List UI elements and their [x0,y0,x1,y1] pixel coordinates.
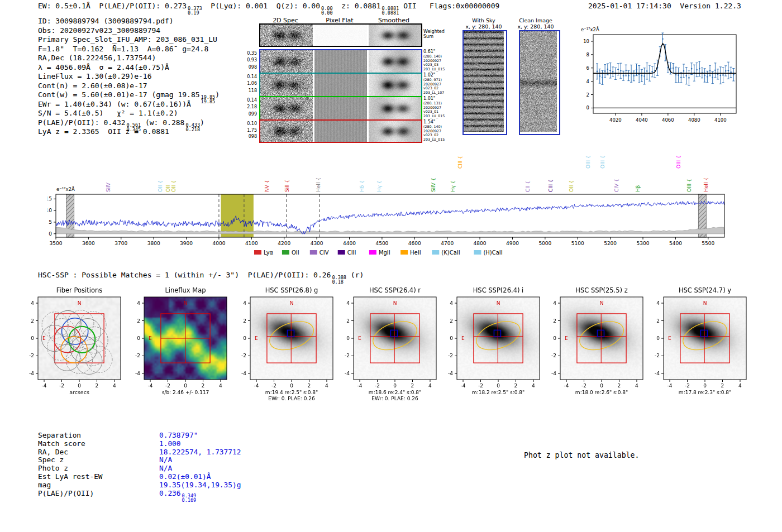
text-segment: P(LAE)/P(OII): 0.432 [38,118,126,127]
emission-line-label: OII { [569,180,574,192]
data-point [707,76,708,78]
panel-x-tick-label: 0 [290,383,293,389]
detection-info-block: ID: 3009889794 (3009889794.pdf)Obs: 2020… [38,17,220,137]
panel-y-tick-label: 2 [31,318,34,324]
data-point [625,70,627,71]
panel-x-tick-label: 2 [202,383,205,389]
panel-x-tick-label: 2 [411,383,414,389]
text-segment: N/A [159,456,172,464]
legend-label: HeII [410,250,421,256]
text-segment: ID: 3009889794 (3009889794.pdf) [38,17,174,25]
data-point [704,75,705,76]
clean-image [520,31,557,132]
match-row-value: 0.2360.3490.169 [159,489,196,497]
panel-y-tick-label: 4 [656,300,660,306]
info-line: LineFlux = 1.30(±0.29)e-16 [38,72,220,82]
panel-x-tick-label: 0 [497,383,500,389]
spec2d-blank-image [314,25,367,46]
fiber-positions-panel: Fiber Positions-4-4-2-2002244NEarcsecs [21,287,140,403]
spec2d-flat-image [314,74,367,96]
legend-swatch [369,250,376,255]
info-line: Cont(n) = 2.60(±0.08)e-17 [38,82,220,91]
data-point [597,71,598,73]
spec2d-spec-image [260,74,313,96]
text-segment: EW: 0.5±0.1Å P(LAE)/P(OII): 0.273 [38,2,187,10]
spec2d-spec-image [260,121,313,142]
text-segment: Cont(n) = 2.60(±0.08)e-17 [38,82,147,90]
zoom-x-tick-label: 4100 [714,117,727,123]
panel-x-tick-label: -2 [271,383,276,389]
panel-x-tick-label: -4 [42,383,47,389]
detection-position-box [700,330,707,337]
panel-x-tick-label: 4 [635,383,638,389]
emission-line-label: OIII { [676,155,681,169]
text-segment: S/N = 5.4(±0.5) χ² = 1.1(±0.2) [38,109,178,117]
panel-caption: m:18.2 re:2.5" s:0.8" [472,390,524,395]
panel-y-tick-label: -4 [448,371,453,376]
info-line: S/N = 5.4(±0.5) χ² = 1.1(±0.2) [38,109,220,118]
aperture-square [370,314,419,363]
spec2d-spec-image [260,50,313,73]
panel-caption2: EWr: 0. PLAE: 0.26 [268,396,315,401]
match-row-label: P(LAE)/P(OII) [38,489,159,497]
panel-title: HSC SSP(25.5) z [575,287,627,294]
spectrum-x-tick-label: 5500 [702,241,714,246]
fiber-circle [86,346,112,372]
panel-x-tick-label: -2 [581,383,586,389]
legend-swatch [432,250,439,255]
spectrum-x-tick-label: 4000 [212,241,225,246]
data-point [599,75,600,77]
spectrum-x-tick-label: 3800 [147,241,160,246]
data-point [633,75,635,77]
panel-y-tick-label: -2 [551,353,556,358]
spec2d-flat-image [314,121,367,142]
data-point [709,70,711,71]
panel-x-tick-label: 2 [514,383,518,389]
info-line: P(LAE)/P(OII): 0.4320.5610.345 (w: 0.288… [38,118,220,128]
panel-title: HSC SSP(24.7) y [679,287,731,294]
zoom-x-tick-label: 4060 [662,117,674,123]
text-segment: (w: 0.288 [141,118,184,127]
zoom-y-tick-label: 6 [586,65,589,71]
legend-label: OII [292,250,299,256]
panel-y-tick-label: -4 [551,371,556,376]
panel-x-tick-label: 4 [325,383,328,389]
line-fit-zoom-plot: 402040404060408041000246810e⁻¹⁷x2Å [571,22,744,128]
panel-x-tick-label: -4 [148,383,153,389]
panel-x-tick-label: 0 [393,383,397,389]
panel-x-tick-label: -2 [685,383,690,389]
panel-x-tick-label: -4 [254,383,259,389]
panel-y-tick-label: 0 [346,336,350,341]
clean-image-xy-label: x, y: 280, 140 [511,23,560,30]
aperture-square [577,314,626,363]
data-point [673,68,674,69]
panel-y-tick-label: 2 [346,318,350,324]
spectrum-y-tick-label: 10 [47,208,52,213]
panel-caption2: EWr: 0. PLAE: 0.26 [371,396,418,401]
data-point [688,77,690,79]
text-segment: z: 0.0881 [333,2,381,10]
data-point [617,69,619,70]
text-segment: HSC-SSP : Possible Matches = 1 (within +… [38,271,331,279]
spec2d-row-annotation: 1.02"(280, 971)20200927v023_02203_LL_107 [423,73,458,94]
emission-line-label: SiIV [106,182,111,192]
panel-y-tick-label: 2 [137,318,140,324]
text-segment: 1.000 [159,439,181,448]
match-table-row: mag19.35(19.34,19.35)g [38,481,241,489]
hsc-cutout-panel: HSC SSP(24.7) y-4-4-2-2002244NEm:17.8 re… [646,287,766,403]
match-row-label: Spec z [38,456,159,464]
spectrum-x-tick-label: 5300 [637,241,650,246]
legend-swatch [338,250,345,255]
panel-frame [664,297,746,380]
spectrum-x-tick-label: 4900 [506,241,519,246]
panel-caption: m:18.0 re:2.6" s:0.8" [575,390,628,395]
panel-x-tick-label: -2 [165,383,170,389]
emission-line-label: SiII { [284,180,290,192]
panel-y-tick-label: -2 [241,353,246,358]
panel-title: HSC SSP(26.4) i [473,287,524,294]
spectrum-x-tick-label: 4800 [474,241,487,246]
panel-y-tick-label: 2 [553,318,556,324]
match-row-value: 0.02(±0.01)Å [159,472,211,481]
spectrum-y-tick-label: 15 [47,196,52,202]
panel-y-tick-label: -4 [29,371,34,376]
